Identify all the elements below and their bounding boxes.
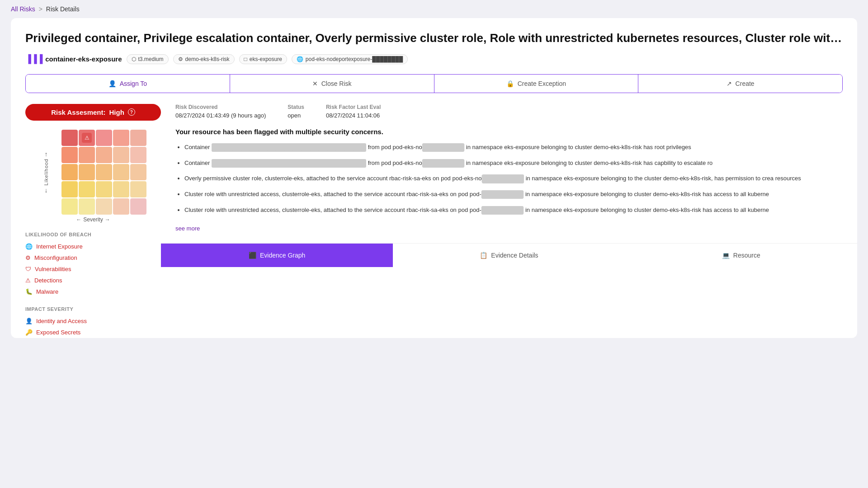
globe-icon: 🌐 (25, 243, 33, 250)
see-more-link[interactable]: see more (175, 225, 200, 232)
bottom-tabs: ⬛ Evidence Graph 📋 Evidence Details 💻 Re… (161, 243, 857, 267)
create-button[interactable]: ↗ Create (638, 75, 842, 93)
matrix-cell: ⚠ (79, 130, 95, 146)
factor-internet-exposure[interactable]: 🌐 Internet Exposure (25, 241, 161, 252)
likelihood-section: LIKELIHOOD OF BREACH 🌐 Internet Exposure… (25, 232, 161, 297)
main-card: Privileged container, Privilege escalati… (11, 18, 857, 338)
factor-vuln-label: Vulnerabilities (35, 266, 71, 272)
meta-risk-discovered: Risk Discovered 08/27/2024 01:43:49 (9 h… (175, 104, 266, 119)
tab-resource[interactable]: 💻 Resource (625, 244, 857, 267)
matrix-cell (130, 198, 146, 215)
resource-icon: ▐▐▐ container-eks-exposure (25, 54, 122, 64)
evidence-details-icon: 📋 (480, 252, 487, 259)
namespace-icon: □ (244, 56, 247, 62)
meta-risk-factor: Risk Factor Last Eval 08/27/2024 11:04:0… (326, 104, 381, 119)
assessment-label: Risk Assesment: (51, 108, 105, 116)
matrix-cell (130, 130, 146, 146)
finding-item-5: Cluster role with unrestricted access, c… (184, 206, 843, 215)
factor-misconfig-label: Misconfiguration (34, 254, 77, 261)
tag-namespace: □ eks-exposure (239, 54, 287, 64)
tag-instance-type: ⬡ t3.medium (127, 54, 169, 64)
matrix-cell (61, 181, 78, 197)
factor-vulnerabilities[interactable]: 🛡 Vulnerabilities (25, 263, 161, 275)
likelihood-vertical-label: Likelihood (43, 159, 49, 186)
breadcrumb: All Risks > Risk Details (0, 0, 868, 18)
matrix-cell (96, 130, 112, 146)
matrix-cell (61, 130, 78, 146)
redacted-5: ███████████ (482, 174, 524, 183)
meta-risk-factor-label: Risk Factor Last Eval (326, 104, 381, 110)
tab-resource-label: Resource (733, 252, 760, 259)
matrix-cell (113, 147, 129, 163)
tab-evidence-details[interactable]: 📋 Evidence Details (393, 244, 625, 267)
breadcrumb-all-risks[interactable]: All Risks (11, 5, 35, 13)
matrix-cell (130, 147, 146, 163)
matrix-cell (113, 130, 129, 146)
instance-icon: ⬡ (132, 56, 136, 62)
likelihood-section-title: LIKELIHOOD OF BREACH (25, 232, 161, 237)
factor-malware-label: Malware (36, 288, 58, 295)
warning-marker: ⚠ (82, 133, 92, 143)
matrix-cell (96, 198, 112, 215)
gear-icon: ⚙ (25, 254, 31, 261)
tab-evidence-details-label: Evidence Details (491, 252, 538, 259)
factor-malware[interactable]: 🐛 Malware (25, 286, 161, 297)
create-exception-button[interactable]: 🔒 Create Exception (434, 75, 639, 93)
assign-icon: 👤 (108, 80, 116, 87)
left-panel: Risk Assesment: High ? ↑ Likelihood ↓ (25, 104, 161, 338)
tag-label-namespace: eks-exposure (250, 56, 282, 62)
matrix-cell (113, 198, 129, 215)
close-risk-button[interactable]: ✕ Close Risk (230, 75, 434, 93)
matrix-cell (61, 147, 78, 163)
alert-icon: ⚠ (25, 277, 31, 284)
assessment-level: High (109, 108, 124, 116)
resource-tags: ▐▐▐ container-eks-exposure ⬡ t3.medium ⚙… (25, 54, 843, 64)
meta-risk-factor-value: 08/27/2024 11:04:06 (326, 112, 381, 119)
matrix-cell (96, 164, 112, 180)
severity-right-arrow: → (105, 216, 110, 223)
meta-status-value: open (288, 112, 304, 119)
evidence-graph-icon: ⬛ (249, 252, 256, 259)
action-buttons: 👤 Assign To ✕ Close Risk 🔒 Create Except… (25, 74, 843, 93)
matrix-cell (79, 198, 95, 215)
tag-label-instance: t3.medium (138, 56, 164, 62)
info-icon: ? (128, 108, 135, 116)
factor-detections-label: Detections (34, 277, 62, 284)
matrix-cell (130, 164, 146, 180)
tag-label-cluster: demo-eks-k8s-risk (185, 56, 230, 62)
create-exception-label: Create Exception (518, 80, 566, 87)
risk-assessment-badge: Risk Assesment: High ? (25, 104, 161, 121)
key-icon: 🔑 (25, 329, 33, 336)
resource-type-icon: ▐▐▐ (25, 54, 42, 64)
matrix-cell (61, 164, 78, 180)
matrix-cell (113, 181, 129, 197)
tab-evidence-graph[interactable]: ⬛ Evidence Graph (161, 244, 393, 267)
close-icon: ✕ (312, 80, 318, 87)
meta-risk-discovered-value: 08/27/2024 01:43:49 (9 hours ago) (175, 112, 266, 119)
matrix-cell (61, 198, 78, 215)
tag-pod: 🌐 pod-eks-nodeportexposure-████████ (292, 54, 408, 64)
content-area: Risk Assesment: High ? ↑ Likelihood ↓ (25, 104, 843, 338)
redacted-1: ████████████████████████████████████ (212, 143, 366, 152)
tag-cluster: ⚙ demo-eks-k8s-risk (173, 54, 235, 64)
shield-icon: 🛡 (25, 266, 31, 272)
cluster-icon: ⚙ (178, 56, 183, 62)
severity-row: ← Severity → (43, 216, 143, 223)
matrix-cell (96, 147, 112, 163)
matrix-cell (79, 147, 95, 163)
factor-exposed-secrets[interactable]: 🔑 Exposed Secrets (25, 327, 161, 338)
factor-misconfiguration[interactable]: ⚙ Misconfiguration (25, 252, 161, 263)
finding-item-4: Cluster role with unrestricted access, c… (184, 190, 843, 199)
matrix-cell (96, 181, 112, 197)
arrow-down-icon: ↓ (45, 187, 48, 194)
factor-identity-access[interactable]: 👤 Identity and Access (25, 315, 161, 327)
factor-detections[interactable]: ⚠ Detections (25, 275, 161, 286)
matrix-cell (79, 181, 95, 197)
factor-secrets-label: Exposed Secrets (36, 329, 80, 336)
tag-label-pod: pod-eks-nodeportexposure-████████ (306, 56, 403, 62)
severity-label: Severity (83, 216, 103, 223)
finding-item-3: Overly permissive cluster role, clusterr… (184, 174, 843, 183)
matrix-grid: ⚠ (61, 130, 146, 215)
assign-to-button[interactable]: 👤 Assign To (26, 75, 230, 93)
severity-left-arrow: ← (76, 216, 81, 223)
